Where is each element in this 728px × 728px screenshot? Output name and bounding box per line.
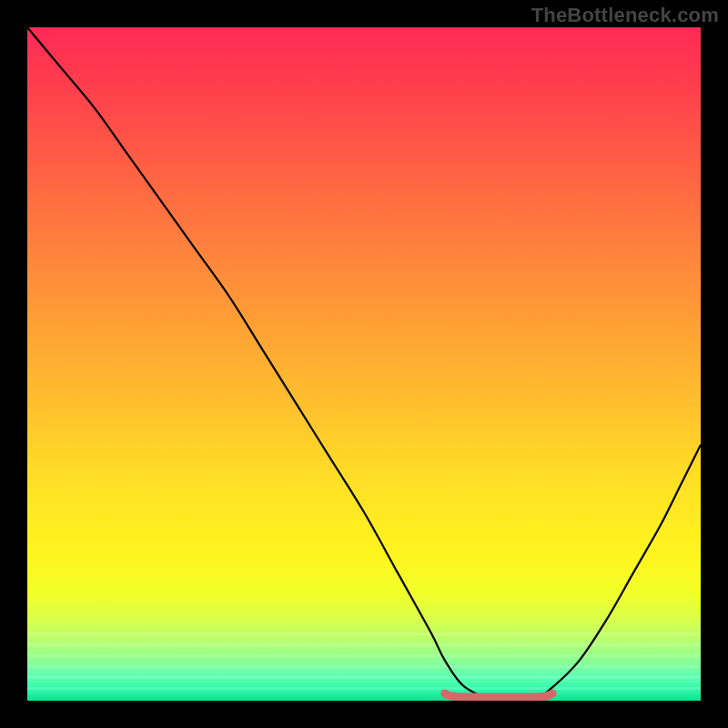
bottleneck-curve xyxy=(27,27,701,701)
plot-area xyxy=(27,27,701,701)
attribution-text: TheBottleneck.com xyxy=(531,4,719,27)
curve-svg xyxy=(27,27,701,701)
trough-indicator xyxy=(445,693,552,697)
chart-frame: TheBottleneck.com xyxy=(0,0,728,728)
